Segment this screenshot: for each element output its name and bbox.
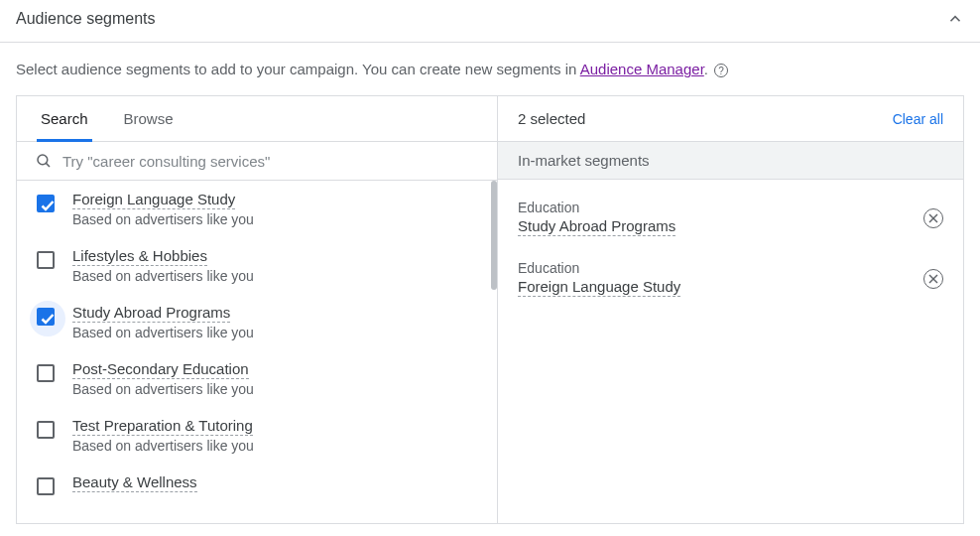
selected-list: EducationStudy Abroad ProgramsEducationF…	[498, 180, 963, 317]
checkbox[interactable]	[37, 364, 55, 382]
segment-subtitle: Based on advertisers like you	[72, 381, 254, 397]
selected-item: EducationStudy Abroad Programs	[498, 188, 963, 248]
instruction-prefix: Select audience segments to add to your …	[16, 61, 580, 77]
segment-subtitle: Based on advertisers like you	[72, 268, 254, 284]
tab-browse[interactable]: Browse	[120, 96, 178, 141]
right-header: 2 selected Clear all	[498, 96, 963, 142]
remove-icon[interactable]	[923, 208, 943, 228]
selected-title: Study Abroad Programs	[518, 217, 675, 236]
segment-list: Foreign Language StudyBased on advertise…	[17, 181, 497, 523]
segment-title: Foreign Language Study	[72, 191, 235, 209]
selected-subheader: In-market segments	[498, 142, 963, 180]
right-panel: 2 selected Clear all In-market segments …	[498, 96, 963, 523]
svg-point-0	[38, 155, 48, 165]
list-item[interactable]: Beauty & Wellness	[17, 464, 497, 505]
checkbox[interactable]	[37, 308, 55, 326]
list-item[interactable]: Study Abroad ProgramsBased on advertiser…	[17, 294, 497, 350]
segment-title: Lifestyles & Hobbies	[72, 247, 207, 266]
chevron-up-icon[interactable]	[946, 10, 964, 28]
tabs: Search Browse	[17, 96, 497, 142]
checkbox[interactable]	[37, 421, 55, 439]
search-input[interactable]	[62, 153, 479, 170]
list-item[interactable]: Test Preparation & TutoringBased on adve…	[17, 407, 497, 464]
instruction-text: Select audience segments to add to your …	[0, 43, 980, 95]
segment-subtitle: Based on advertisers like you	[72, 211, 254, 227]
section-header: Audience segments	[0, 0, 980, 42]
list-item[interactable]: Foreign Language StudyBased on advertise…	[17, 181, 497, 237]
section-title: Audience segments	[16, 10, 156, 28]
panels: Search Browse Foreign Language StudyBase…	[16, 95, 964, 524]
selected-category: Education	[518, 200, 675, 215]
segment-title: Study Abroad Programs	[72, 304, 230, 323]
segment-subtitle: Based on advertisers like you	[72, 325, 254, 340]
selected-category: Education	[518, 260, 680, 276]
list-item[interactable]: Post-Secondary EducationBased on adverti…	[17, 350, 497, 407]
audience-manager-link[interactable]: Audience Manager	[580, 61, 704, 77]
list-item[interactable]: Lifestyles & HobbiesBased on advertisers…	[17, 237, 497, 294]
checkbox[interactable]	[37, 251, 55, 269]
tab-search[interactable]: Search	[37, 96, 92, 142]
help-icon[interactable]: ?	[714, 64, 728, 77]
instruction-suffix: .	[704, 61, 712, 77]
selected-title: Foreign Language Study	[518, 278, 680, 297]
segment-title: Post-Secondary Education	[72, 360, 249, 379]
selected-count: 2 selected	[518, 110, 585, 127]
search-icon	[35, 152, 53, 170]
selected-item: EducationForeign Language Study	[498, 248, 963, 309]
clear-all-button[interactable]: Clear all	[893, 111, 943, 127]
left-panel: Search Browse Foreign Language StudyBase…	[17, 96, 498, 523]
scrollbar-thumb[interactable]	[491, 181, 497, 290]
segment-title: Test Preparation & Tutoring	[72, 417, 253, 436]
segment-subtitle: Based on advertisers like you	[72, 438, 254, 454]
search-row	[17, 142, 497, 181]
svg-line-1	[46, 163, 50, 167]
checkbox[interactable]	[37, 195, 55, 212]
segment-title: Beauty & Wellness	[72, 473, 197, 492]
remove-icon[interactable]	[923, 269, 943, 289]
checkbox[interactable]	[37, 477, 55, 495]
